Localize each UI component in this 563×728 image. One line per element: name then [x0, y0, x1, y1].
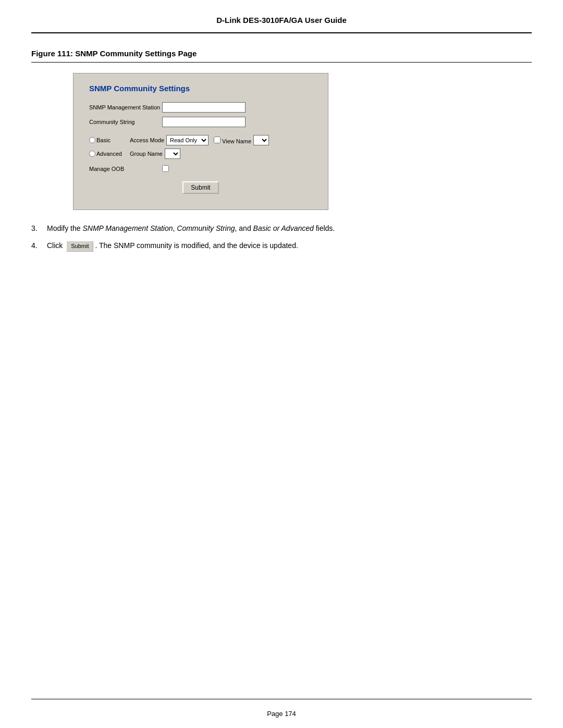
snmp-management-station-label: SNMP Management Station — [89, 104, 162, 110]
view-name-checkbox-label: View Name — [214, 137, 251, 144]
radio-section: Basic Access Mode Read Only Read Write V… — [89, 135, 312, 159]
advanced-radio[interactable] — [89, 151, 95, 157]
group-name-label: Group Name — [130, 151, 163, 157]
access-mode-select[interactable]: Read Only Read Write — [166, 135, 209, 145]
submit-button[interactable]: Submit — [182, 181, 218, 194]
snmp-panel-title: SNMP Community Settings — [89, 84, 312, 93]
community-string-input[interactable] — [162, 117, 246, 127]
document-title: D-Link DES-3010FA/GA User Guide — [31, 16, 532, 24]
snmp-settings-panel: SNMP Community Settings SNMP Management … — [73, 73, 328, 210]
instruction-4: 4. Click Submit. The SNMP community is m… — [31, 240, 532, 252]
basic-row: Basic Access Mode Read Only Read Write V… — [89, 135, 312, 145]
snmp-management-station-row: SNMP Management Station — [89, 102, 312, 113]
manage-oob-label: Manage OOB — [89, 166, 162, 172]
page-header: D-Link DES-3010FA/GA User Guide — [0, 0, 563, 32]
instruction-text-4: Click Submit. The SNMP community is modi… — [47, 240, 298, 252]
page-footer: Page 174 — [0, 710, 563, 718]
view-name-checkbox[interactable] — [214, 137, 221, 143]
manage-oob-row: Manage OOB — [89, 165, 312, 172]
basic-label: Basic — [96, 137, 128, 143]
community-string-label: Community String — [89, 119, 162, 125]
basic-radio[interactable] — [89, 137, 95, 143]
inline-submit-button: Submit — [66, 241, 93, 252]
instruction-text-3: Modify the SNMP Management Station, Comm… — [47, 223, 335, 234]
instruction-number-3: 3. — [31, 223, 47, 234]
group-name-select[interactable] — [165, 149, 180, 159]
advanced-row: Advanced Group Name — [89, 149, 312, 159]
access-mode-label: Access Mode — [130, 137, 164, 143]
view-name-select[interactable] — [253, 135, 269, 145]
figure-title: Figure 111: SNMP Community Settings Page — [31, 49, 532, 58]
community-string-row: Community String — [89, 117, 312, 127]
submit-row: Submit — [89, 181, 312, 194]
instruction-number-4: 4. — [31, 240, 47, 252]
advanced-label: Advanced — [96, 151, 128, 157]
content-area: Figure 111: SNMP Community Settings Page… — [0, 33, 563, 274]
instructions: 3. Modify the SNMP Management Station, C… — [31, 223, 532, 252]
page-number: Page 174 — [267, 710, 296, 718]
manage-oob-checkbox[interactable] — [162, 165, 169, 172]
snmp-management-station-input[interactable] — [162, 102, 246, 113]
instruction-3: 3. Modify the SNMP Management Station, C… — [31, 223, 532, 234]
footer-divider — [31, 699, 532, 699]
figure-divider — [31, 62, 532, 63]
